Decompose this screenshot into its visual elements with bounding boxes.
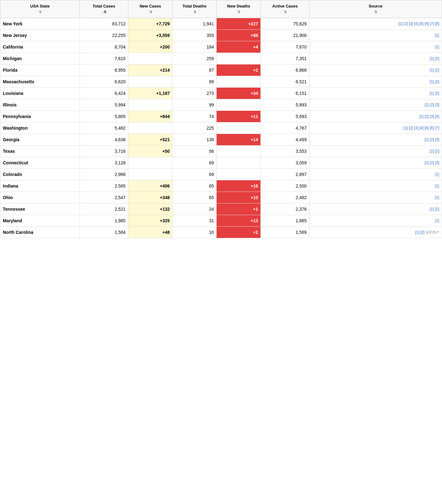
new-deaths [217,76,261,88]
new-deaths: +34 [217,88,261,99]
header-source[interactable]: Source ⇅ [309,0,442,18]
new-cases: +48 [128,227,172,238]
total-cases: 2,565 [80,180,128,192]
state-name: California [0,41,80,53]
source-cell[interactable]: [1] [2] [309,203,442,215]
total-cases: 6,620 [80,76,128,88]
active-cases: 3,059 [261,157,309,169]
table-row: Tennessee2,521+13224+12,376[1] [2] [0,203,442,215]
active-cases: 5,693 [261,111,309,122]
sort-icon-total-cases[interactable]: ↓⇅ [102,10,107,14]
state-name: Massachusetts [0,76,80,88]
state-name: Illinois [0,99,80,111]
table-row: Colorado2,966692,897[1] [0,169,442,180]
total-deaths: 87 [172,64,217,76]
state-name: Georgia [0,134,80,146]
source-cell[interactable]: [1] [2] [309,146,442,157]
total-cases: 22,255 [80,30,128,41]
state-name: Washington [0,122,80,134]
new-cases: +1,187 [128,88,172,99]
total-cases: 3,128 [80,157,128,169]
active-cases: 4,499 [261,134,309,146]
total-deaths: 69 [172,169,217,180]
total-cases: 8,704 [80,41,128,53]
new-deaths [217,157,261,169]
total-deaths: 10 [172,227,217,238]
new-cases [128,76,172,88]
source-cell[interactable]: [1] [309,41,442,53]
table-row: Indiana2,565+40665+162,500[1] [0,180,442,192]
source-cell[interactable]: [1] [309,192,442,203]
source-cell[interactable]: [1] [2] [309,88,442,99]
total-deaths: 74 [172,111,217,122]
new-deaths: +227 [217,18,261,30]
sort-icon-total-deaths[interactable]: ⇅ [193,10,196,14]
active-cases: 2,500 [261,180,309,192]
new-cases: +348 [128,192,172,203]
total-cases: 2,547 [80,192,128,203]
header-new-deaths[interactable]: New Deaths ⇅ [217,0,261,18]
sort-icon-new-cases[interactable]: ⇅ [149,10,152,14]
source-cell[interactable]: [1] [2] [309,76,442,88]
source-cell[interactable]: [1] [2] [309,64,442,76]
new-cases [128,169,172,180]
active-cases: 1,885 [261,215,309,227]
active-cases: 2,376 [261,203,309,215]
header-state[interactable]: USA State ⇅ [0,0,80,18]
state-name: Pennsylvania [0,111,80,122]
header-active-cases[interactable]: Active Cases ⇅ [261,0,309,18]
source-cell[interactable]: [1] [2] [3] [309,99,442,111]
header-new-cases[interactable]: New Cases ⇅ [128,0,172,18]
table-row: Louisiana6,424+1,187273+346,151[1] [2] [0,88,442,99]
total-deaths: 99 [172,99,217,111]
new-cases [128,122,172,134]
new-cases: +406 [128,180,172,192]
new-cases: +7,729 [128,18,172,30]
source-cell[interactable]: [1] [2] [309,53,442,64]
active-cases: 6,868 [261,64,309,76]
sort-icon-source[interactable]: ⇅ [374,10,377,14]
active-cases: 7,351 [261,53,309,64]
source-cell[interactable]: [1] [309,169,442,180]
new-cases [128,53,172,64]
total-cases: 6,955 [80,64,128,76]
source-cell[interactable]: [1] [309,180,442,192]
new-cases: +521 [128,134,172,146]
new-cases: +200 [128,41,172,53]
sort-icon-new-deaths[interactable]: ⇅ [238,10,240,14]
source-cell[interactable]: [1] [2] [3] [309,134,442,146]
active-cases: 7,670 [261,41,309,53]
active-cases: 21,900 [261,30,309,41]
table-row: Texas3,716+50563,553[1] [2] [0,146,442,157]
active-cases: 4,767 [261,122,309,134]
state-name: North Carolina [0,227,80,238]
sort-icon-state[interactable]: ⇅ [39,10,42,14]
active-cases: 1,569 [261,227,309,238]
total-cases: 1,584 [80,227,128,238]
total-cases: 5,994 [80,99,128,111]
state-name: Connecticut [0,157,80,169]
sort-icon-active-cases[interactable]: ⇅ [284,10,287,14]
total-deaths: 65 [172,180,217,192]
source-cell[interactable]: [1] [309,30,442,41]
total-deaths: 24 [172,203,217,215]
total-deaths: 355 [172,30,217,41]
source-cell[interactable]: [1] [2] [3] [309,157,442,169]
new-cases: +3,559 [128,30,172,41]
source-cell[interactable]: [1] [2] 知乎用户 [309,227,442,238]
total-cases: 1,985 [80,215,128,227]
new-cases [128,99,172,111]
header-total-deaths[interactable]: Total Deaths ⇅ [172,0,217,18]
source-cell[interactable]: [1] [309,215,442,227]
state-name: Louisiana [0,88,80,99]
state-name: Tennessee [0,203,80,215]
source-cell[interactable]: [1] [2] [3] [4] [309,111,442,122]
state-name: Indiana [0,180,80,192]
table-row: California8,704+200184+47,670[1] [0,41,442,53]
total-deaths: 259 [172,53,217,64]
source-cell[interactable]: [1] [2] [3] [4] [5] [6] [7] [8] [309,18,442,30]
new-deaths [217,146,261,157]
source-cell[interactable]: [1] [2] [3] [4] [5] [6] [7] [309,122,442,134]
header-total-cases[interactable]: Total Cases ↓⇅ [80,0,128,18]
table-row: New York83,712+7,7291,941+22775,629[1] [… [0,18,442,30]
